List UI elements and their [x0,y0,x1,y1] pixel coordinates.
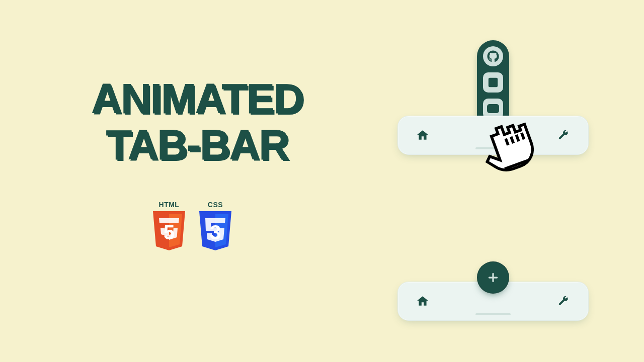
css3-badge: CSS 3 [197,201,233,252]
home-button[interactable] [415,294,430,309]
tech-badges: HTML 5 CSS 3 [151,201,233,252]
home-icon [416,295,429,308]
plus-icon [487,271,500,284]
center-button[interactable] [486,128,501,143]
settings-button[interactable] [556,294,571,309]
headline: ANIMATED TAB-BAR [56,77,338,170]
home-icon [416,129,429,142]
add-button[interactable] [477,261,509,294]
headline-line-2: TAB-BAR [56,124,338,166]
html5-shield-icon: 5 [151,211,187,252]
html5-badge: HTML 5 [151,201,187,252]
center-button[interactable] [486,294,501,309]
html5-label: HTML [159,201,180,208]
wrench-icon [557,295,570,307]
linkedin-icon[interactable] [483,72,503,93]
css3-label: CSS [208,201,223,208]
home-button[interactable] [415,128,430,143]
github-icon[interactable] [483,46,503,66]
css3-shield-icon: 3 [197,211,233,252]
headline-line-1: ANIMATED [56,77,338,120]
tabbar-expanded [397,116,589,155]
css3-number: 3 [197,211,233,252]
settings-button[interactable] [556,128,571,143]
wrench-icon [557,129,570,141]
html5-number: 5 [151,211,187,252]
